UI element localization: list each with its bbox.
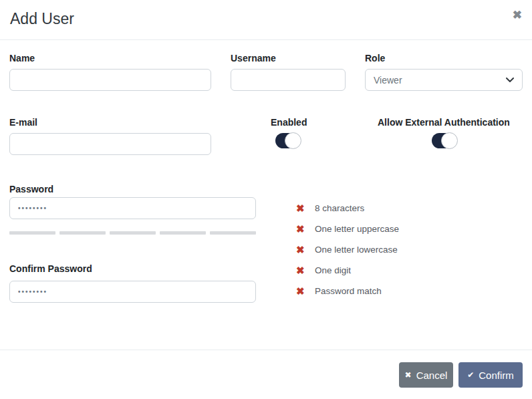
confirm-password-label: Confirm Password <box>9 264 92 273</box>
validation-label: Password match <box>315 286 382 296</box>
cross-icon: ✖ <box>296 224 305 234</box>
role-selected-value: Viewer <box>374 75 506 86</box>
enabled-label: Enabled <box>271 118 307 127</box>
check-icon: ✔ <box>467 371 474 379</box>
validation-item: ✖One letter lowercase <box>296 239 517 260</box>
validation-label: 8 characters <box>315 203 364 213</box>
password-label: Password <box>9 184 53 194</box>
validation-item: ✖One letter uppercase <box>296 219 517 239</box>
name-input[interactable] <box>9 69 211 91</box>
validation-list: ✖8 characters✖One letter uppercase✖One l… <box>296 198 517 301</box>
strength-segment <box>110 231 156 235</box>
allow-external-auth-label: Allow External Authentication <box>378 118 510 127</box>
validation-label: One letter lowercase <box>315 245 398 255</box>
email-label: E-mail <box>9 118 37 127</box>
close-icon[interactable]: ✖ <box>513 9 522 21</box>
chevron-down-icon <box>506 78 514 83</box>
password-input[interactable] <box>9 197 256 219</box>
strength-segment <box>210 231 256 235</box>
validation-label: One digit <box>315 265 351 275</box>
validation-item: ✖One digit <box>296 260 517 281</box>
x-icon: ✖ <box>405 371 412 379</box>
confirm-button-label: Confirm <box>479 370 514 381</box>
password-strength-meter <box>9 231 256 235</box>
footer-divider <box>0 350 532 350</box>
cancel-button[interactable]: ✖ Cancel <box>399 362 453 388</box>
cross-icon: ✖ <box>296 203 305 213</box>
strength-segment <box>160 231 206 235</box>
name-label: Name <box>9 53 35 63</box>
cross-icon: ✖ <box>296 286 305 296</box>
enabled-toggle[interactable] <box>275 133 301 148</box>
role-select[interactable]: Viewer <box>365 69 523 91</box>
role-label: Role <box>365 53 385 63</box>
allow-external-auth-toggle[interactable] <box>432 133 457 148</box>
validation-label: One letter uppercase <box>315 224 399 234</box>
cross-icon: ✖ <box>296 245 305 255</box>
page-title: Add User <box>10 10 74 28</box>
cancel-button-label: Cancel <box>416 370 448 381</box>
header-divider <box>0 39 532 40</box>
username-label: Username <box>231 53 276 63</box>
username-input[interactable] <box>231 69 346 91</box>
confirm-password-input[interactable] <box>9 281 256 303</box>
validation-item: ✖8 characters <box>296 198 517 219</box>
cross-icon: ✖ <box>296 265 305 275</box>
strength-segment <box>59 231 106 235</box>
email-input[interactable] <box>9 133 211 155</box>
confirm-button[interactable]: ✔ Confirm <box>458 362 523 388</box>
toggle-knob <box>441 132 458 149</box>
validation-item: ✖Password match <box>296 281 517 301</box>
toggle-knob <box>285 132 301 149</box>
strength-segment <box>9 231 55 235</box>
